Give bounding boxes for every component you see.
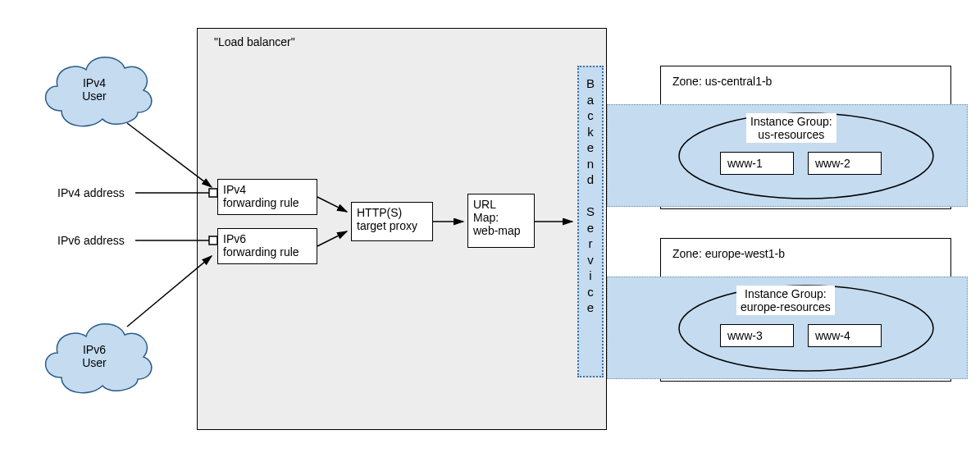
instance-www-4: www-4 — [808, 324, 882, 347]
url-map: URL Map: web-map — [467, 194, 535, 248]
ipv6-address-label: IPv6 address — [57, 234, 125, 247]
instance-group-1-label: Instance Group: us-resources — [746, 113, 836, 143]
ipv6-user-cloud: IPv6 User — [33, 312, 156, 402]
instance-group-2-label: Instance Group: europe-resources — [736, 286, 835, 315]
ipv4-user-cloud: IPv4 User — [33, 45, 156, 135]
https-target-proxy: HTTP(S) target proxy — [351, 202, 433, 241]
backend-service: Backend Service — [577, 66, 604, 377]
ipv6-user-label: IPv6 User — [33, 343, 156, 369]
zone-2-label: Zone: europe-west1-b — [672, 247, 785, 260]
ipv6-forwarding-rule: IPv6 forwarding rule — [217, 228, 317, 264]
backend-service-label: Backend Service — [579, 75, 602, 316]
zone-1-label: Zone: us-central1-b — [672, 75, 772, 88]
ipv4-forwarding-rule: IPv4 forwarding rule — [217, 179, 317, 215]
ipv4-address-label: IPv4 address — [57, 186, 125, 199]
instance-www-2: www-2 — [808, 152, 882, 175]
load-balancer-title: "Load balancer" — [214, 35, 295, 48]
instance-www-3: www-3 — [720, 324, 794, 347]
ipv4-user-label: IPv4 User — [33, 76, 156, 103]
instance-www-1: www-1 — [720, 152, 794, 175]
